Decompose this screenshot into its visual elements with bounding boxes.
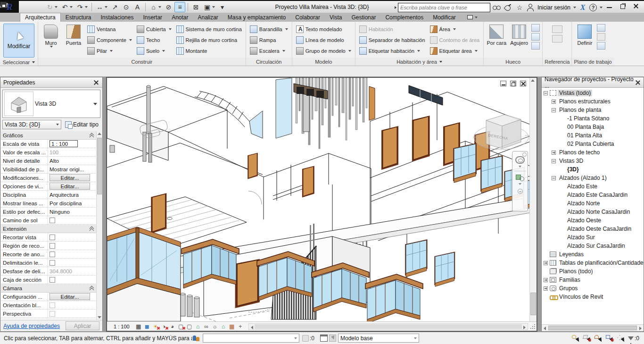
habitacion-button[interactable]: Habitación — [357, 24, 428, 34]
constraints-icon[interactable]: + — [236, 322, 245, 330]
techo-button[interactable]: Techo — [134, 34, 174, 45]
tree-item-planos-todo[interactable]: Planos (todo) — [542, 267, 644, 276]
tree-expander[interactable] — [552, 100, 556, 104]
steering-wheel-icon[interactable] — [515, 156, 525, 164]
section-icon[interactable]: ⊘ — [163, 2, 174, 12]
tree-item-alzado-norte[interactable]: Alzado Norte — [542, 199, 644, 208]
cubierta-button[interactable]: Cubierta — [134, 24, 174, 34]
property-row[interactable]: Mostrar líneas ... Por disciplina — [1, 199, 102, 208]
search-input[interactable] — [398, 3, 490, 12]
scroll-right-icon[interactable] — [523, 326, 526, 329]
hide-isolate-icon[interactable]: ∞ — [202, 322, 211, 330]
tree-item-tablas[interactable]: Tablas de planificación/Cantidades — [542, 259, 644, 267]
property-row[interactable]: Opciones de vi... Editar... — [1, 182, 102, 191]
property-row[interactable]: Recortar vista — [1, 233, 102, 242]
tree-item-planta-sotano[interactable]: -1 Planta Sótano — [542, 114, 644, 123]
etiquetar-habitacion-button[interactable]: Etiquetar habitación — [357, 45, 428, 56]
panel-label-referencia[interactable]: Referencia — [543, 58, 571, 66]
property-row[interactable]: Recorte de ano... — [1, 250, 102, 259]
agujero-button[interactable]: Agujero — [508, 23, 530, 58]
scroll-left-icon[interactable] — [544, 327, 546, 330]
chevron-down-icon[interactable] — [93, 103, 97, 105]
modify-button[interactable]: Modificar — [3, 24, 34, 58]
tree-item-vistas-3d[interactable]: Vistas 3D — [542, 157, 644, 165]
type-selector[interactable]: Vista 3D — [2, 90, 100, 118]
vertical-opening-icon[interactable] — [531, 33, 540, 41]
property-row[interactable]: Configuración ... Editar... — [1, 293, 102, 301]
property-row[interactable]: Visibilidad de p... Mostrar origi... — [1, 165, 102, 174]
scrollbar-thumb[interactable] — [97, 138, 102, 194]
componente-button[interactable]: Componente — [85, 34, 134, 45]
property-row[interactable]: Cámara — [1, 284, 102, 293]
exchange-apps-icon[interactable]: X — [578, 3, 587, 12]
tree-expander[interactable] — [544, 278, 548, 282]
type-combo[interactable]: Vista 3D: {3D} — [2, 120, 61, 129]
help-chevron-icon[interactable] — [600, 7, 603, 8]
rejilla-muro-cortina-button[interactable]: Rejilla de muro cortina — [174, 34, 244, 45]
close-icon[interactable] — [93, 79, 99, 86]
ribbon-tab[interactable]: Complementos — [380, 13, 428, 22]
selection-filter[interactable]: :0 — [628, 335, 639, 342]
property-row[interactable]: Estilo por defec... Ninguno — [1, 208, 102, 216]
close-hidden-windows-icon[interactable]: ⊠ — [190, 2, 201, 12]
tree-item-planta-cubierta[interactable]: 02 Planta Cubierta — [542, 140, 644, 148]
properties-help-link[interactable]: Ayuda de propiedades — [3, 323, 60, 329]
collapse-chevron-icon[interactable] — [90, 133, 94, 137]
thin-lines-icon[interactable]: ≡ — [174, 2, 185, 12]
minimize-button[interactable] — [606, 3, 613, 9]
tree-item-3d[interactable]: {3D} — [542, 165, 644, 174]
project-browser-header[interactable]: Navegador de proyectos - Proyecto ... — [542, 77, 644, 88]
ribbon-tab[interactable]: Arquitectura — [20, 13, 61, 22]
property-row[interactable]: Desfase de deli... 304.8000 — [1, 267, 102, 276]
property-row[interactable]: Disciplina Arquitectura — [1, 191, 102, 199]
tree-item-planta-alta[interactable]: 01 Planta Alta — [542, 131, 644, 140]
viewport-vscrollbar[interactable] — [529, 78, 537, 321]
measure-icon[interactable]: ↔ — [94, 2, 109, 12]
pilar-button[interactable]: Pilar — [85, 45, 134, 56]
select-links-icon[interactable] — [571, 334, 580, 342]
sign-in-chevron-icon[interactable] — [573, 7, 576, 8]
open-file-icon[interactable] — [22, 2, 33, 12]
work-plane-viewer-icon[interactable] — [597, 42, 605, 50]
communication-center-icon[interactable] — [504, 3, 513, 12]
dormer-opening-icon[interactable] — [531, 42, 540, 50]
tree-item-planos-de-planta[interactable]: Planos de planta — [542, 106, 644, 114]
design-options-icon[interactable] — [320, 335, 328, 342]
navbar-collapse-icon[interactable] — [518, 189, 523, 194]
tree-item-alzado-oeste-casajardin[interactable]: Alzado Oeste CasaJardin — [542, 225, 644, 233]
aligned-dimension-icon[interactable]: ↗ — [109, 2, 120, 12]
property-row[interactable]: Caja de sección — [1, 276, 102, 284]
property-row[interactable]: Delimitación le... — [1, 259, 102, 267]
tree-expander[interactable] — [552, 159, 556, 163]
active-only-icon[interactable] — [329, 335, 336, 342]
texto-modelado-button[interactable]: Texto modelado — [294, 24, 354, 34]
reference-grid-icon[interactable] — [552, 35, 562, 42]
show-work-plane-icon[interactable] — [597, 24, 605, 32]
sync-with-central-icon[interactable]: ↻ — [44, 2, 59, 12]
view-restore-button[interactable] — [510, 81, 516, 86]
linea-de-modelo-button[interactable]: Línea de modelo — [294, 34, 354, 45]
ribbon-tab[interactable]: Insertar — [138, 13, 167, 22]
ribbon-tab[interactable]: Instalaciones — [96, 13, 138, 22]
favorites-star-icon[interactable]: ☆ — [515, 3, 524, 12]
tree-item-alzado-este-casajardin[interactable]: Alzado Este CasaJardin — [542, 191, 644, 199]
ventana-button[interactable]: Ventana — [85, 24, 134, 34]
contorno-de-area-button[interactable]: Contorno de área — [428, 34, 482, 45]
checkbox[interactable] — [50, 311, 55, 317]
ribbon-tab[interactable]: Estructura — [61, 13, 96, 22]
checkbox[interactable] — [50, 218, 55, 223]
model-canvas[interactable]: DERECHA — [107, 78, 537, 321]
checkbox[interactable] — [50, 302, 55, 308]
edit-type-button[interactable]: Editar tipo — [63, 120, 100, 129]
panel-label-seleccionar[interactable]: Seleccionar — [0, 59, 38, 66]
ribbon-tab[interactable]: Colaborar — [290, 13, 325, 22]
property-row[interactable]: Escala de vista 1 : 100 — [1, 140, 102, 148]
close-icon[interactable] — [635, 79, 641, 86]
properties-scrollbar[interactable] — [96, 131, 102, 320]
tree-item-planos-estructurales[interactable]: Planos estructurales — [542, 97, 644, 106]
tag-by-category-icon[interactable]: ⊙ — [121, 2, 132, 12]
viewport-hscrollbar[interactable] — [248, 323, 528, 330]
show-crop-icon[interactable]: ▢ — [185, 322, 194, 330]
tree-item-alzado-este[interactable]: Alzado Este — [542, 182, 644, 191]
search-icon[interactable] — [492, 3, 502, 12]
